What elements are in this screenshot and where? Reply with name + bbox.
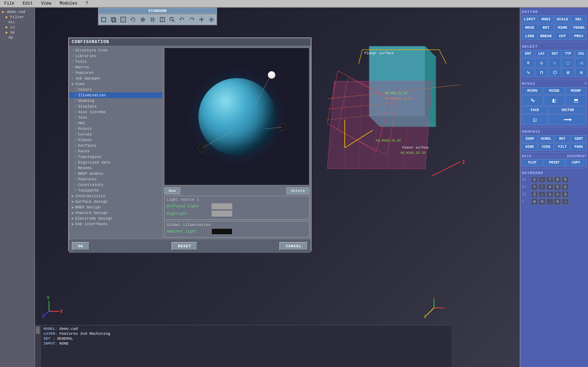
config-tree-item-features[interactable]: / Features: [69, 70, 162, 76]
filt-btn[interactable]: FILT: [555, 143, 570, 151]
config-tree-item-libraries[interactable]: / Libraries: [69, 53, 162, 59]
tb-btn-zoom-window[interactable]: [168, 15, 177, 24]
rot-btn-editor[interactable]: ROT: [538, 24, 554, 32]
config-tree-item-topologies[interactable]: / Topologies: [69, 154, 162, 160]
kb-x[interactable]: X: [531, 176, 538, 183]
kb-up-arrow[interactable]: ↑: [539, 184, 546, 190]
reset-button[interactable]: RESET: [172, 242, 197, 250]
kb-left-arrow[interactable]: ←: [539, 176, 546, 183]
zoom-btn[interactable]: ZOOM: [522, 135, 538, 143]
tb-btn-rotate[interactable]: [128, 15, 138, 24]
set-btn[interactable]: SET: [548, 50, 561, 57]
limit-btn[interactable]: LIMIT: [522, 15, 538, 23]
del-btn[interactable]: DEL: [571, 15, 587, 23]
config-tree-item-shading[interactable]: / Shading: [69, 98, 162, 104]
rot-graphic-btn[interactable]: ROT: [555, 135, 570, 143]
kb-7[interactable]: 7: [546, 176, 553, 183]
tree-item-ap[interactable]: Ap: [1, 35, 33, 40]
move-btn[interactable]: MOVE: [522, 24, 538, 32]
kb-down-arrow[interactable]: ↓: [539, 191, 546, 198]
shape-rect-btn[interactable]: ⊓: [535, 68, 548, 77]
tree-item-lo[interactable]: ▶ Lo: [1, 25, 33, 30]
kb-dash[interactable]: —: [562, 199, 569, 205]
trans-btn[interactable]: TRANS: [571, 24, 587, 32]
config-tree-item-electrode-design[interactable]: ▶ Electrode Design: [69, 216, 162, 221]
copy-btn[interactable]: COPY: [566, 159, 587, 166]
shape-arrow-btn[interactable]: ◁: [575, 58, 588, 68]
tb-btn-grid[interactable]: [148, 15, 157, 24]
tb-btn-settings[interactable]: [207, 15, 216, 24]
cent-btn[interactable]: CENT: [571, 135, 587, 143]
proj-btn[interactable]: PROJ: [571, 32, 587, 40]
mside-icon-btn[interactable]: ◧: [544, 95, 565, 106]
lay-btn[interactable]: LAY: [535, 50, 548, 57]
config-tree-item-axis-systems[interactable]: / Axis systems: [69, 109, 162, 115]
config-tree-item-digitized-data[interactable]: / Digitized data: [69, 160, 162, 165]
tb-btn-select-cross[interactable]: [197, 15, 206, 24]
typ-btn[interactable]: TYP: [562, 50, 574, 57]
config-tree-item-text[interactable]: / Text: [69, 115, 162, 120]
menu-help[interactable]: ?: [84, 0, 90, 7]
plot-btn[interactable]: PLOT: [522, 159, 543, 166]
msurf-icon-btn[interactable]: ⬒: [566, 95, 587, 106]
para-btn[interactable]: PARA: [571, 143, 587, 151]
tb-btn-zoom-fit[interactable]: [138, 15, 147, 24]
menu-view[interactable]: View: [40, 0, 53, 7]
view-btn[interactable]: VIEW: [538, 143, 554, 151]
scale-btn[interactable]: SCALE: [555, 15, 570, 23]
config-tree-item-features[interactable]: / Features: [69, 176, 162, 182]
tb-btn-undo[interactable]: [177, 15, 187, 24]
config-tree-item-displays[interactable]: / Displays: [69, 104, 162, 109]
kb-dot[interactable]: .: [546, 199, 553, 205]
kb-z[interactable]: Z: [531, 191, 538, 198]
kb-9-2[interactable]: 0: [539, 199, 546, 205]
shape-diamond-btn[interactable]: ◇: [535, 58, 548, 68]
msurf-btn[interactable]: MSURF: [566, 87, 587, 95]
shape-triangle-btn[interactable]: +: [522, 58, 534, 68]
tb-btn-axes[interactable]: [158, 15, 167, 24]
tree-item-all[interactable]: ALL: [1, 20, 33, 25]
config-tree-item-faces[interactable]: / Faces: [69, 148, 162, 154]
kb-5[interactable]: 5: [554, 184, 561, 190]
tb-btn-2[interactable]: [109, 15, 118, 24]
cut-btn[interactable]: CUT: [555, 32, 570, 40]
mirr-btn[interactable]: MIRR: [555, 24, 570, 32]
mcurv-btn[interactable]: MCURV: [522, 87, 543, 95]
config-tree-item-interactivity[interactable]: ▶ Interactivity: [69, 193, 162, 199]
ambient-light-swatch[interactable]: [211, 228, 232, 235]
scroll-handle[interactable]: [35, 325, 41, 367]
shape-mesh-btn[interactable]: ⊞: [562, 68, 574, 77]
config-tree-item-colors[interactable]: / Colors: [69, 87, 162, 92]
tb-btn-3[interactable]: [119, 15, 128, 24]
shape-wave-btn[interactable]: ∿: [522, 68, 534, 77]
menu-file[interactable]: File: [3, 0, 16, 7]
config-tree-item-job-manager[interactable]: / Job manager: [69, 76, 162, 81]
kb-4[interactable]: 4: [546, 184, 553, 190]
shape-circle-btn[interactable]: ○: [548, 58, 561, 68]
kb-n[interactable]: N: [531, 199, 538, 205]
diffused-light-swatch[interactable]: [211, 203, 232, 209]
tb-btn-redo[interactable]: [187, 15, 196, 24]
kb-6[interactable]: 6: [562, 184, 569, 190]
config-tree-item-points[interactable]: / Points: [69, 126, 162, 132]
config-tree-item-pmi[interactable]: / PMI: [69, 120, 162, 126]
menu-modules[interactable]: Modules: [58, 0, 78, 7]
delete-button[interactable]: Delete: [286, 187, 309, 194]
shape-square-btn[interactable]: □: [562, 58, 574, 68]
ok-button[interactable]: OK: [72, 242, 90, 250]
kb-1[interactable]: 1: [546, 191, 553, 198]
vector-btn[interactable]: VECTOR: [548, 106, 587, 114]
face-icon-btn[interactable]: ◱: [522, 115, 548, 125]
config-tree-item-surface-design[interactable]: ▶ Surface design: [69, 199, 162, 205]
tb-btn-1[interactable]: [99, 15, 108, 24]
tree-item-se[interactable]: ▶ Se: [1, 30, 33, 35]
kb-3[interactable]: 3: [562, 191, 569, 198]
config-tree-item-view[interactable]: ▶ View: [69, 81, 162, 87]
menu-edit[interactable]: Edit: [21, 0, 34, 7]
break-btn[interactable]: BREAK: [538, 32, 554, 40]
scrol-btn[interactable]: SCROL: [538, 135, 554, 143]
cancel-button[interactable]: CANCEL: [279, 242, 308, 250]
tree-item-demo[interactable]: ▶ demo.cad: [1, 9, 33, 14]
config-tree-item-constraints[interactable]: / Constraints: [69, 182, 162, 188]
config-tree-item-structure-tree[interactable]: / Structure tree: [69, 48, 162, 53]
